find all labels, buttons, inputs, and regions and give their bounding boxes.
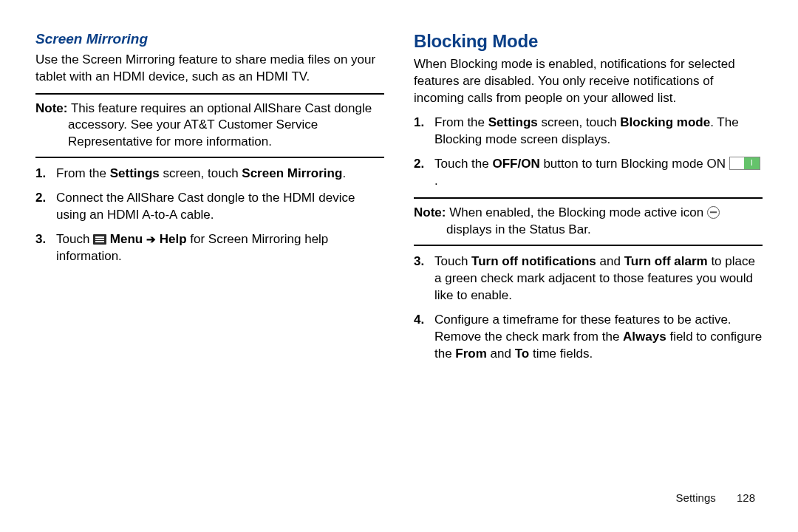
note-body: accessory. See your AT&T Customer Servic… [68, 117, 384, 151]
step-3: Touch Turn off notifications and Turn of… [414, 253, 763, 304]
screen-mirroring-steps: From the Settings screen, touch Screen M… [35, 166, 384, 265]
screen-mirroring-note: Note: This feature requires an optional … [35, 100, 384, 151]
blocking-mode-steps-a: From the Settings screen, touch Blocking… [414, 115, 763, 190]
divider [35, 157, 384, 158]
step-3: Touch Menu ➔ Help for Screen Mirroring h… [35, 231, 384, 265]
step-4: Configure a timeframe for these features… [414, 312, 763, 363]
divider [35, 93, 384, 95]
note-label: Note: [414, 205, 446, 219]
note-text-first: This feature requires an optional AllSha… [71, 101, 372, 115]
page-footer: Settings 128 [676, 491, 755, 505]
screen-mirroring-heading: Screen Mirroring [35, 30, 384, 49]
footer-page: 128 [737, 491, 755, 504]
note-body: displays in the Status Bar. [446, 222, 763, 239]
left-column: Screen Mirroring Use the Screen Mirrorin… [35, 30, 384, 369]
step-2: Connect the AllShare Cast dongle to the … [35, 190, 384, 224]
blocking-mode-heading: Blocking Mode [414, 30, 763, 53]
footer-section: Settings [676, 491, 716, 504]
step-1: From the Settings screen, touch Screen M… [35, 166, 384, 183]
blocking-mode-steps-b: Touch Turn off notifications and Turn of… [414, 253, 763, 363]
step-2: Touch the OFF/ON button to turn Blocking… [414, 156, 763, 190]
blocking-mode-intro: When Blocking mode is enabled, notificat… [414, 56, 763, 107]
note-text-1: When enabled, the Blocking mode active i… [449, 205, 707, 219]
arrow-right-icon: ➔ [146, 233, 156, 245]
note-label: Note: [35, 101, 67, 115]
screen-mirroring-intro: Use the Screen Mirroring feature to shar… [35, 52, 384, 86]
blocking-mode-status-icon [707, 206, 720, 219]
page-content: Screen Mirroring Use the Screen Mirrorin… [0, 0, 798, 384]
divider [414, 245, 763, 246]
step-1: From the Settings screen, touch Blocking… [414, 115, 763, 149]
menu-icon [93, 234, 106, 245]
blocking-mode-note: Note: When enabled, the Blocking mode ac… [414, 205, 763, 239]
toggle-on-icon: I [729, 157, 760, 170]
divider [414, 197, 763, 199]
right-column: Blocking Mode When Blocking mode is enab… [414, 30, 763, 369]
